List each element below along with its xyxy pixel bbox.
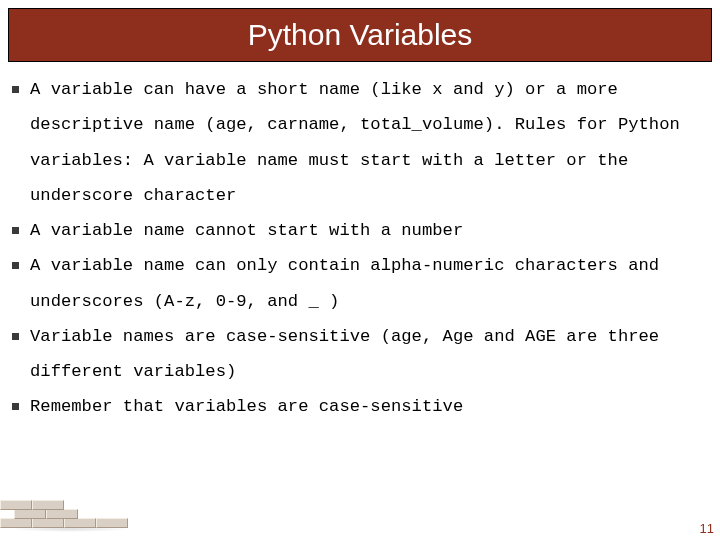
content-area: A variable can have a short name (like x… (8, 72, 718, 516)
list-item: Variable names are case-sensitive (age, … (8, 319, 718, 390)
slide-title: Python Variables (248, 18, 473, 52)
list-item: A variable name cannot start with a numb… (8, 213, 718, 248)
list-item: A variable can have a short name (like x… (8, 72, 718, 213)
list-item: A variable name can only contain alpha-n… (8, 248, 718, 319)
list-item: Remember that variables are case-sensiti… (8, 389, 718, 424)
decorative-bricks (0, 498, 130, 528)
bullet-list: A variable can have a short name (like x… (8, 72, 718, 425)
title-bar: Python Variables (8, 8, 712, 62)
page-number: 11 (700, 521, 714, 536)
